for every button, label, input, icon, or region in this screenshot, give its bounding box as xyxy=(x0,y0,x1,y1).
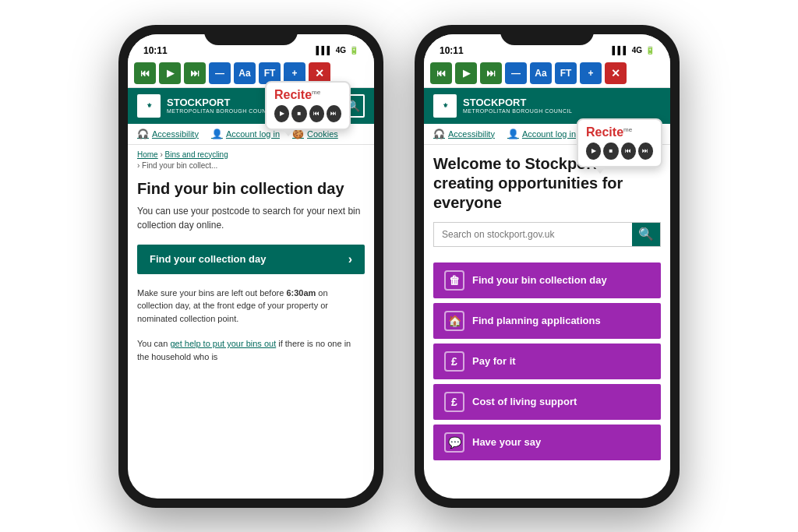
bins-help-link[interactable]: get help to put your bins out xyxy=(170,339,276,348)
phone-notch-left xyxy=(204,25,298,45)
accessibility-link-left[interactable]: 🎧 Accessibility xyxy=(137,129,199,139)
quick-link-pay[interactable]: £ Pay for it xyxy=(433,344,661,379)
status-time-left: 10:11 xyxy=(143,45,168,56)
network-right: 4G xyxy=(632,46,642,55)
home-search: 🔍 xyxy=(433,222,661,247)
recite-plus-btn-r[interactable]: + xyxy=(580,62,602,84)
recite-popup-left: Reciteme ▶ ■ ⏮ ⏭ xyxy=(265,81,351,130)
recite-aa-btn-r[interactable]: Aa xyxy=(530,62,552,84)
cta-arrow-left: › xyxy=(348,252,352,266)
recite-controls-right: ▶ ■ ⏮ ⏭ xyxy=(586,143,653,160)
recite-ctrl-play-right[interactable]: ▶ xyxy=(586,143,601,160)
page-title-left: Find your bin collection day xyxy=(128,176,374,204)
phone-notch-right xyxy=(500,25,594,45)
scene: 10:11 ▌▌▌ 4G 🔋 ⏮ ▶ ⏭ — Aa FT + ✕ xyxy=(0,0,798,532)
recite-rewind-btn[interactable]: ⏮ xyxy=(134,62,156,84)
recite-toolbar-right: ⏮ ▶ ⏭ — Aa FT + ✕ xyxy=(424,59,670,88)
recite-play-btn[interactable]: ▶ xyxy=(159,62,181,84)
council-crest-left: ⚜ xyxy=(137,94,161,118)
battery-icon-right: 🔋 xyxy=(645,46,655,55)
pay-link-label: Pay for it xyxy=(472,355,516,367)
recite-logo-left: Reciteme xyxy=(274,89,341,101)
quick-link-cost[interactable]: £ Cost of living support xyxy=(433,384,661,420)
recite-rewind-btn-r[interactable]: ⏮ xyxy=(430,62,452,84)
search-button[interactable]: 🔍 xyxy=(632,223,660,246)
breadcrumb-section-left[interactable]: Bins and recycling xyxy=(165,150,228,159)
cost-link-label: Cost of living support xyxy=(472,396,577,407)
cta-label-left: Find your collection day xyxy=(150,253,267,265)
recite-ft-btn-r[interactable]: FT xyxy=(555,62,577,84)
recite-minus-btn-r[interactable]: — xyxy=(505,62,527,84)
say-link-label: Have your say xyxy=(472,436,541,448)
network-left: 4G xyxy=(336,46,346,55)
pay-icon: £ xyxy=(444,351,464,372)
council-logo-left: ⚜ STOCKPORT METROPOLITAN BOROUGH COUNCIL xyxy=(137,94,276,118)
body-text1-left: You can use your postcode to search for … xyxy=(128,204,374,238)
recite-aa-btn[interactable]: Aa xyxy=(234,62,256,84)
breadcrumb-page-left: Find your bin collect... xyxy=(142,161,217,170)
page-content-left: Home › Bins and recycling › Find your bi… xyxy=(128,145,374,499)
council-logo-right: ⚜ STOCKPORT METROPOLITAN BOROUGH COUNCIL xyxy=(433,94,572,118)
recite-forward-btn[interactable]: ⏭ xyxy=(184,62,206,84)
say-icon: 💬 xyxy=(444,432,464,453)
status-time-right: 10:11 xyxy=(440,45,464,56)
phone-screen-right: 10:11 ▌▌▌ 4G 🔋 ⏮ ▶ ⏭ — Aa FT + ✕ xyxy=(424,34,670,499)
status-icons-left: ▌▌▌ 4G 🔋 xyxy=(316,46,358,55)
bin-icon: 🗑 xyxy=(444,270,464,291)
signal-icon-left: ▌▌▌ xyxy=(316,46,332,55)
recite-ctrl-stop-right[interactable]: ■ xyxy=(603,143,618,160)
planning-icon: 🏠 xyxy=(444,311,464,331)
recite-ctrl-stop-left[interactable]: ■ xyxy=(291,105,306,122)
account-link-right[interactable]: 👤 Account log in xyxy=(507,129,576,139)
page-content-right: Welcome to Stockport, creating opportuni… xyxy=(424,145,670,499)
recite-popup-right: Reciteme ▶ ■ ⏮ ⏭ xyxy=(577,118,662,167)
recite-ctrl-back-right[interactable]: ⏮ xyxy=(621,143,636,160)
planning-link-label: Find planning applications xyxy=(472,315,601,326)
user-icon-left: 👤 xyxy=(211,129,223,139)
search-input[interactable] xyxy=(434,223,632,246)
phone-screen-left: 10:11 ▌▌▌ 4G 🔋 ⏮ ▶ ⏭ — Aa FT + ✕ xyxy=(128,34,374,499)
recite-ctrl-fwd-left[interactable]: ⏭ xyxy=(327,105,341,122)
account-link-left[interactable]: 👤 Account log in xyxy=(211,129,280,139)
breadcrumb-left: Home › Bins and recycling › Find your bi… xyxy=(128,145,374,176)
recite-ctrl-play-left[interactable]: ▶ xyxy=(274,105,289,122)
breadcrumb-home-left[interactable]: Home xyxy=(137,150,158,159)
recite-controls-left: ▶ ■ ⏮ ⏭ xyxy=(274,105,341,122)
cost-icon: £ xyxy=(444,392,464,412)
quick-link-planning[interactable]: 🏠 Find planning applications xyxy=(433,303,661,339)
battery-icon-left: 🔋 xyxy=(349,46,358,55)
recite-ctrl-back-left[interactable]: ⏮ xyxy=(309,105,324,122)
phone-left: 10:11 ▌▌▌ 4G 🔋 ⏮ ▶ ⏭ — Aa FT + ✕ xyxy=(118,25,383,508)
quick-link-say[interactable]: 💬 Have your say xyxy=(433,425,661,460)
status-icons-right: ▌▌▌ 4G 🔋 xyxy=(612,46,655,55)
cta-button-left[interactable]: Find your collection day › xyxy=(137,245,365,274)
phone-right: 10:11 ▌▌▌ 4G 🔋 ⏮ ▶ ⏭ — Aa FT + ✕ xyxy=(415,25,680,508)
council-name-right: STOCKPORT METROPOLITAN BOROUGH COUNCIL xyxy=(463,97,572,115)
body-text2-left: Make sure your bins are left out before … xyxy=(128,280,374,332)
quick-link-bin[interactable]: 🗑 Find your bin collection day xyxy=(433,262,661,298)
recite-forward-btn-r[interactable]: ⏭ xyxy=(480,62,502,84)
accessibility-link-right[interactable]: 🎧 Accessibility xyxy=(433,129,495,139)
council-name-left: STOCKPORT METROPOLITAN BOROUGH COUNCIL xyxy=(167,97,276,115)
body-text2-pre: Make sure your bins are left out before xyxy=(137,288,286,298)
body-text3-left: You can get help to put your bins out if… xyxy=(128,331,374,369)
quick-links: 🗑 Find your bin collection day 🏠 Find pl… xyxy=(424,262,670,460)
body-text3-pre: You can xyxy=(137,339,170,348)
recite-logo-right: Reciteme xyxy=(586,126,653,139)
headphone-icon-left: 🎧 xyxy=(137,129,149,139)
bin-link-label: Find your bin collection day xyxy=(472,274,607,286)
recite-close-btn-r[interactable]: ✕ xyxy=(605,62,627,84)
recite-minus-btn[interactable]: — xyxy=(209,62,231,84)
recite-play-btn-r[interactable]: ▶ xyxy=(455,62,477,84)
council-crest-right: ⚜ xyxy=(433,94,457,118)
body-text2-bold: 6:30am xyxy=(286,288,316,298)
headphone-icon-right: 🎧 xyxy=(433,129,445,139)
signal-icon-right: ▌▌▌ xyxy=(612,46,628,55)
cookies-link-left[interactable]: 🍪 Cookies xyxy=(292,129,338,139)
user-icon-right: 👤 xyxy=(507,129,519,139)
recite-ctrl-fwd-right[interactable]: ⏭ xyxy=(638,143,653,160)
